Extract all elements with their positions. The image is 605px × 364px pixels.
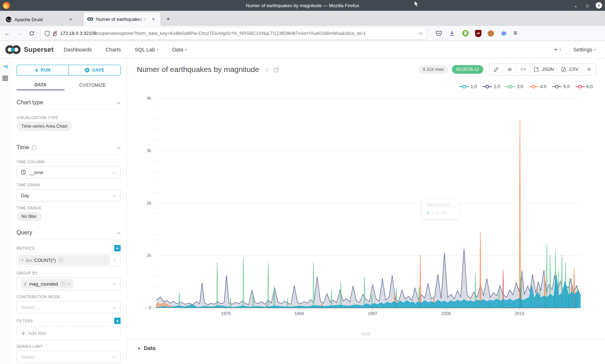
export-csv-button[interactable]: .CSV bbox=[558, 64, 582, 75]
metric-chip-count[interactable]: × f(x) COUNT(*) ? bbox=[18, 255, 110, 265]
edit-title-icon[interactable] bbox=[274, 67, 279, 72]
timeseries-area-chart[interactable]: 01k2k3k4k19791988199720062015 bbox=[127, 86, 605, 338]
remove-metric-icon[interactable]: × bbox=[21, 258, 24, 263]
nav-item-dashboards[interactable]: Dashboards bbox=[64, 47, 92, 53]
y-axis-tick-label: 3k bbox=[147, 148, 152, 153]
filters-label: FILTERS bbox=[17, 319, 33, 323]
expand-panel-icon[interactable] bbox=[2, 63, 9, 70]
add-filter-dropzone[interactable]: Add filter bbox=[17, 326, 121, 340]
chart-panel: Numer of earthquakes by magnitude ☆ 6.31… bbox=[127, 58, 605, 364]
pocket-icon[interactable] bbox=[435, 30, 442, 37]
window-minimize-button[interactable]: ⌄ bbox=[573, 2, 579, 9]
section-query[interactable]: Query bbox=[17, 229, 121, 236]
nav-item-data[interactable]: Data▾ bbox=[172, 47, 187, 53]
bolt-icon bbox=[35, 68, 38, 73]
metrics-label: METRICS bbox=[17, 246, 35, 250]
tab-customize[interactable]: CUSTOMIZE bbox=[64, 80, 121, 90]
druid-favicon bbox=[6, 17, 12, 22]
control-panel: RUN SAVE DATA CUSTOMIZE Chart type VISUA… bbox=[11, 58, 127, 364]
brand-name: Superset bbox=[24, 46, 54, 54]
add-filter-plus-button[interactable]: + bbox=[114, 318, 121, 324]
time-range-pill[interactable]: No filter bbox=[17, 212, 41, 221]
email-button[interactable]: ✉ bbox=[503, 64, 517, 75]
chevron-up-icon bbox=[117, 229, 121, 236]
nav-item-charts[interactable]: Charts bbox=[106, 47, 121, 53]
favorite-star-icon[interactable]: ☆ bbox=[264, 66, 269, 73]
asterisk-extension-icon[interactable] bbox=[500, 30, 507, 37]
contribution-mode-select[interactable]: Select ... bbox=[17, 301, 121, 313]
x-axis-tick-label: 1997 bbox=[368, 311, 377, 316]
time-grain-select[interactable]: Day bbox=[17, 189, 121, 201]
ublock-origin-icon[interactable]: uO bbox=[475, 30, 481, 37]
cookie-extension-icon[interactable] bbox=[488, 30, 494, 37]
data-section-toggle[interactable]: ▸ Data bbox=[138, 345, 605, 351]
forward-button[interactable]: → bbox=[14, 28, 24, 38]
chart-tooltip: 2002-03-21 1.0: 74 bbox=[422, 199, 459, 219]
copy-link-button[interactable] bbox=[489, 64, 503, 75]
link-icon bbox=[493, 67, 499, 72]
url-bar[interactable]: 172.18.0.3:32108/superset/explore/?form_… bbox=[41, 28, 426, 39]
file-x-icon bbox=[561, 67, 566, 72]
tab-close-icon[interactable]: × bbox=[67, 16, 74, 23]
section-chart-type[interactable]: Chart type bbox=[17, 99, 121, 106]
time-column-label: TIME COLUMN bbox=[17, 160, 121, 164]
superset-brand[interactable]: Superset bbox=[5, 45, 54, 54]
window-title: Numer of earthquakes by magnitude — Mozi… bbox=[0, 3, 605, 8]
caret-right-icon: ▸ bbox=[138, 346, 140, 351]
series-limit-select[interactable]: Select ... bbox=[17, 351, 121, 363]
x-axis-tick-label: 2006 bbox=[441, 311, 451, 316]
time-column-select[interactable]: __time bbox=[17, 166, 121, 178]
nav-item-sql-lab[interactable]: SQL Lab▾ bbox=[135, 47, 158, 53]
time-range-label: TIME RANGE bbox=[17, 206, 121, 210]
chevron-down-icon bbox=[112, 192, 116, 199]
clock-icon bbox=[21, 170, 26, 175]
back-button[interactable]: ← bbox=[2, 28, 12, 38]
query-duration-badge: 00:00:05.12 bbox=[452, 65, 483, 74]
add-metric-button[interactable]: + bbox=[114, 245, 121, 251]
viz-type-pill[interactable]: Time-series Area Chart bbox=[17, 122, 72, 131]
shield-icon bbox=[45, 31, 50, 36]
export-json-button[interactable]: .JSON bbox=[530, 64, 558, 75]
tab-apache-druid[interactable]: Apache Druid × bbox=[2, 13, 78, 26]
caret-down-icon: ▾ bbox=[157, 48, 159, 51]
group-by-select[interactable]: ƒ mag_rounded ? × bbox=[17, 277, 121, 290]
resize-handle[interactable] bbox=[361, 333, 370, 336]
series-line-4.0 bbox=[156, 120, 575, 308]
tooltip-date: 2002-03-21 bbox=[426, 203, 454, 208]
group-by-chip[interactable]: ƒ mag_rounded ? × bbox=[21, 279, 73, 288]
tab-earthquakes-chart[interactable]: Numer of earthquakes by × bbox=[84, 12, 161, 26]
ghostery-extension-icon[interactable] bbox=[462, 30, 469, 37]
chevron-down-icon bbox=[112, 304, 116, 310]
section-time[interactable]: Time i bbox=[17, 144, 121, 151]
bookmark-star-icon[interactable]: ☆ bbox=[418, 30, 423, 37]
tab-label: Apache Druid bbox=[14, 17, 64, 22]
nav-settings[interactable]: Settings▾ bbox=[573, 47, 596, 53]
row-count-badge: 6.31k rows bbox=[419, 65, 448, 74]
remove-chip-icon[interactable]: × bbox=[68, 282, 70, 286]
run-button[interactable]: RUN bbox=[17, 65, 68, 76]
chevron-right-icon[interactable]: › bbox=[110, 257, 119, 263]
browser-toolbar: ← → 172.18.0.3:32108/superset/explore/?f… bbox=[0, 26, 605, 41]
y-axis-tick-label: 2k bbox=[147, 201, 152, 206]
chevron-down-icon bbox=[112, 354, 116, 360]
nav-new-button[interactable]: +▾ bbox=[554, 46, 561, 53]
window-maximize-button[interactable]: ◇ bbox=[584, 2, 591, 9]
chart-menu-button[interactable]: ≡ bbox=[582, 64, 596, 75]
tab-close-icon[interactable]: × bbox=[150, 15, 157, 23]
url-text: 172.18.0.3:32108/superset/explore/?form_… bbox=[60, 31, 415, 36]
url-path: /superset/explore/?form_data_key=KxMeSd8… bbox=[97, 31, 366, 36]
time-grain-label: TIME GRAIN bbox=[17, 183, 121, 187]
x-axis-tick-label: 1988 bbox=[294, 311, 304, 316]
chevron-up-icon bbox=[117, 99, 121, 106]
reload-button[interactable] bbox=[27, 28, 37, 38]
firefox-menu-icon[interactable]: ≡ bbox=[514, 29, 517, 37]
save-button[interactable]: SAVE bbox=[68, 65, 121, 76]
downloads-icon[interactable] bbox=[448, 30, 456, 37]
url-host: 172.18.0.3:32108 bbox=[60, 31, 97, 36]
datasource-grid-icon[interactable] bbox=[2, 75, 9, 81]
chart-actions-group: ✉ <> .JSON .CSV ≡ bbox=[489, 63, 596, 76]
new-tab-button[interactable]: + bbox=[163, 14, 173, 24]
window-close-button[interactable]: × bbox=[596, 2, 602, 9]
embed-code-button[interactable]: <> bbox=[517, 64, 530, 75]
tab-data[interactable]: DATA bbox=[17, 80, 64, 90]
